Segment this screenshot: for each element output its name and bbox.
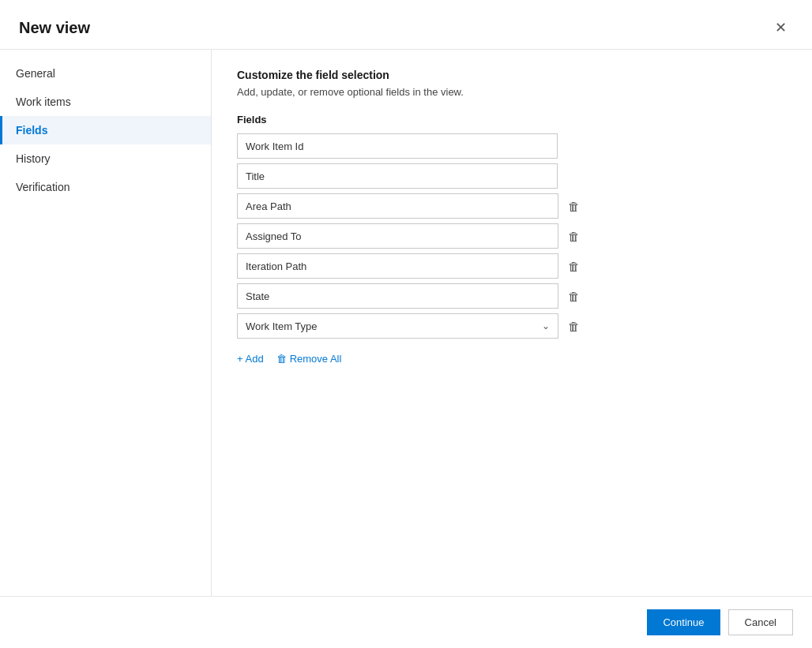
sidebar-item-verification-label: Verification xyxy=(16,181,70,193)
field-input-area-path[interactable] xyxy=(237,193,558,219)
sidebar-item-work-items[interactable]: Work items xyxy=(0,88,211,116)
cancel-button[interactable]: Cancel xyxy=(728,609,793,635)
delete-state-button[interactable]: 🗑 xyxy=(563,287,585,306)
delete-assigned-to-button[interactable]: 🗑 xyxy=(563,227,585,246)
content-subtitle: Customize the field selection xyxy=(237,69,787,81)
sidebar-item-general[interactable]: General xyxy=(0,59,211,88)
field-row-work-item-id xyxy=(237,133,585,159)
dialog-footer: Continue Cancel xyxy=(0,596,812,648)
field-row-state: 🗑 xyxy=(237,283,585,309)
chevron-down-icon: ⌄ xyxy=(542,320,550,331)
add-button[interactable]: + Add xyxy=(237,350,264,368)
continue-button[interactable]: Continue xyxy=(647,609,720,635)
sidebar-item-general-label: General xyxy=(16,67,55,80)
field-dropdown-work-item-type-label: Work Item Type xyxy=(246,320,318,332)
sidebar-item-work-items-label: Work items xyxy=(16,96,71,108)
sidebar-item-history[interactable]: History xyxy=(0,144,211,173)
sidebar: General Work items Fields History Verifi… xyxy=(0,50,212,596)
close-button[interactable]: ✕ xyxy=(769,16,793,39)
trash-icon-remove-all: 🗑 xyxy=(276,353,287,365)
sidebar-item-verification[interactable]: Verification xyxy=(0,173,211,201)
actions-row: + Add 🗑 Remove All xyxy=(237,350,787,368)
delete-work-item-type-button[interactable]: 🗑 xyxy=(563,317,585,336)
delete-iteration-path-button[interactable]: 🗑 xyxy=(563,257,585,276)
fields-list: 🗑 🗑 🗑 🗑 xyxy=(237,133,585,339)
dialog-body: General Work items Fields History Verifi… xyxy=(0,50,812,596)
field-input-state[interactable] xyxy=(237,283,558,309)
new-view-dialog: New view ✕ General Work items Fields His… xyxy=(0,0,812,648)
field-row-work-item-type: Work Item Type ⌄ 🗑 xyxy=(237,313,585,339)
remove-all-label: Remove All xyxy=(290,353,342,365)
field-input-assigned-to[interactable] xyxy=(237,223,558,249)
field-row-title xyxy=(237,163,585,189)
sidebar-item-history-label: History xyxy=(16,152,51,165)
field-input-work-item-id[interactable] xyxy=(237,133,558,159)
main-content: Customize the field selection Add, updat… xyxy=(212,50,812,596)
dialog-title: New view xyxy=(19,19,90,37)
dialog-header: New view ✕ xyxy=(0,0,812,50)
field-row-assigned-to: 🗑 xyxy=(237,223,585,249)
sidebar-item-fields[interactable]: Fields xyxy=(0,116,211,144)
field-dropdown-work-item-type[interactable]: Work Item Type ⌄ xyxy=(237,313,558,339)
remove-all-button[interactable]: 🗑 Remove All xyxy=(276,350,342,368)
field-input-title[interactable] xyxy=(237,163,558,189)
sidebar-item-fields-label: Fields xyxy=(16,124,47,137)
fields-label: Fields xyxy=(237,114,787,125)
delete-area-path-button[interactable]: 🗑 xyxy=(563,197,585,216)
field-row-area-path: 🗑 xyxy=(237,193,585,219)
field-input-iteration-path[interactable] xyxy=(237,253,558,279)
field-row-iteration-path: 🗑 xyxy=(237,253,585,279)
content-description: Add, update, or remove optional fields i… xyxy=(237,86,787,98)
